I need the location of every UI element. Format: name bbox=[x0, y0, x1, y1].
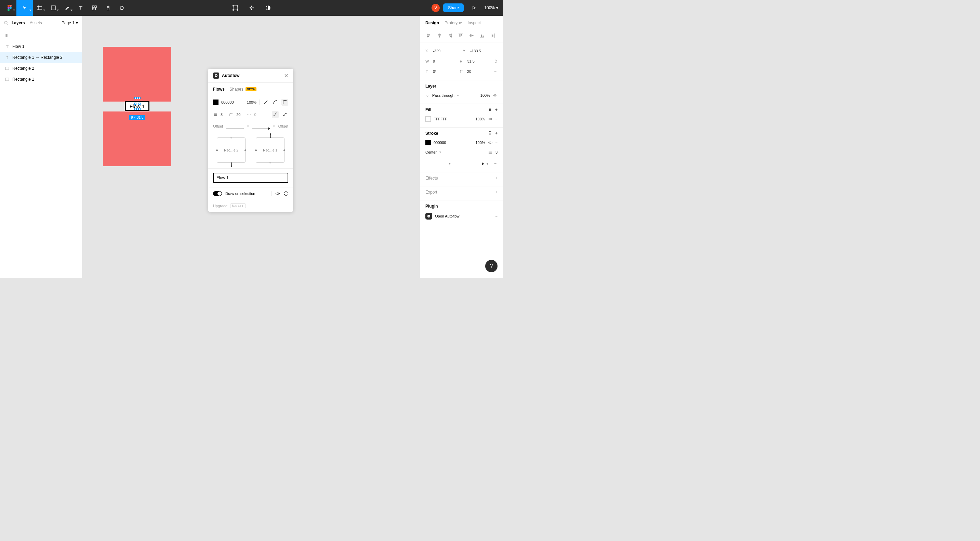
styles-icon[interactable]: ⠿ bbox=[488, 107, 492, 112]
pen-tool-button[interactable] bbox=[60, 0, 74, 16]
layer-opacity-value[interactable]: 100% bbox=[480, 93, 490, 97]
rectangle-1[interactable] bbox=[103, 47, 171, 102]
y-value[interactable]: -133.5 bbox=[471, 49, 498, 53]
connector-smooth-icon[interactable] bbox=[272, 111, 279, 118]
corner-radius-value[interactable]: 20 bbox=[236, 113, 240, 117]
mask-button[interactable] bbox=[261, 0, 275, 16]
draw-selection-toggle[interactable] bbox=[213, 191, 222, 196]
tab-inspect[interactable]: Inspect bbox=[468, 21, 481, 25]
frame-tool-button[interactable] bbox=[33, 0, 46, 16]
flow-name-input[interactable] bbox=[213, 173, 288, 183]
line-straight-icon[interactable] bbox=[262, 99, 269, 106]
w-value[interactable]: 9 bbox=[433, 59, 457, 63]
stroke-color-chip[interactable] bbox=[425, 140, 431, 145]
align-left-icon[interactable] bbox=[426, 33, 433, 39]
share-button[interactable]: Share bbox=[443, 3, 464, 12]
canvas[interactable]: Flow 1 9 × 31.5 Autoflow Flows ShapesBET… bbox=[83, 16, 420, 278]
stroke-width-value[interactable]: 3 bbox=[221, 113, 223, 117]
visibility-icon[interactable] bbox=[488, 117, 493, 121]
add-export-icon[interactable]: + bbox=[495, 190, 498, 194]
figma-menu-button[interactable] bbox=[3, 0, 16, 16]
tab-layers[interactable]: Layers bbox=[12, 21, 25, 25]
edit-object-button[interactable] bbox=[228, 0, 242, 16]
remove-stroke-icon[interactable]: − bbox=[495, 140, 498, 145]
fill-color-value[interactable]: FFFFFF bbox=[434, 117, 447, 121]
stroke-color-chip[interactable] bbox=[213, 100, 218, 105]
help-button[interactable]: ? bbox=[485, 260, 498, 272]
remove-fill-icon[interactable]: − bbox=[495, 117, 498, 121]
layer-settings-icon[interactable] bbox=[4, 33, 9, 38]
h-value[interactable]: 31.5 bbox=[468, 59, 492, 63]
fill-opacity-value[interactable]: 100% bbox=[475, 117, 485, 121]
upgrade-label[interactable]: Upgrade bbox=[213, 204, 228, 208]
align-top-icon[interactable] bbox=[458, 33, 465, 39]
stroke-opacity-value[interactable]: 100% bbox=[475, 140, 485, 145]
preview-box-b[interactable]: Rec…e 1 bbox=[256, 137, 285, 163]
stroke-color-value[interactable]: 000000 bbox=[221, 100, 234, 104]
preview-box-a[interactable]: Rec…e 2 bbox=[217, 137, 245, 163]
blend-mode-value[interactable]: Pass through bbox=[432, 93, 455, 97]
component-button[interactable] bbox=[245, 0, 259, 16]
plugin-name[interactable]: Open Autoflow bbox=[435, 214, 460, 218]
page-selector[interactable]: Page 1▾ bbox=[62, 21, 78, 25]
align-vcenter-icon[interactable] bbox=[469, 33, 475, 39]
tab-assets[interactable]: Assets bbox=[30, 21, 42, 25]
present-button[interactable] bbox=[467, 0, 481, 16]
line-elbow-icon[interactable] bbox=[282, 99, 288, 106]
draw-selection-label: Draw on selection bbox=[225, 191, 255, 196]
svg-point-1 bbox=[10, 5, 12, 7]
add-effect-icon[interactable]: + bbox=[495, 176, 498, 181]
align-bottom-icon[interactable] bbox=[480, 33, 486, 39]
upgrade-row: Upgrade $20 OFF bbox=[208, 200, 293, 212]
radius-value[interactable]: 20 bbox=[467, 69, 491, 73]
radius-icon bbox=[460, 69, 465, 73]
close-icon[interactable] bbox=[284, 73, 288, 78]
add-stroke-icon[interactable]: + bbox=[495, 131, 498, 136]
visibility-icon[interactable] bbox=[493, 93, 498, 98]
stroke-opacity-value[interactable]: 100% bbox=[247, 100, 256, 104]
start-cap-picker[interactable] bbox=[226, 123, 244, 129]
distribute-icon[interactable] bbox=[490, 33, 496, 39]
tab-flows[interactable]: Flows bbox=[213, 87, 225, 92]
more-icon[interactable]: ⋯ bbox=[494, 162, 498, 166]
fill-color-chip[interactable] bbox=[425, 116, 431, 122]
zoom-dropdown[interactable]: 100%▾ bbox=[484, 5, 500, 10]
comment-tool-button[interactable] bbox=[115, 0, 129, 16]
tab-design[interactable]: Design bbox=[425, 21, 439, 25]
tab-shapes[interactable]: ShapesBETA bbox=[229, 87, 256, 92]
layer-item-connection[interactable]: Rectangle 1 → Rectangle 2 bbox=[0, 52, 82, 63]
rotation-value[interactable]: 0° bbox=[433, 69, 457, 73]
stroke-align-value[interactable]: Center bbox=[425, 150, 437, 154]
hand-tool-button[interactable] bbox=[101, 0, 115, 16]
svg-point-68 bbox=[490, 118, 491, 120]
visibility-icon[interactable] bbox=[275, 191, 280, 196]
remove-plugin-icon[interactable]: − bbox=[495, 214, 498, 218]
layer-item-rect1[interactable]: Rectangle 1 bbox=[0, 74, 82, 85]
stroke-width-icon bbox=[213, 112, 218, 117]
stroke-color-value[interactable]: 000000 bbox=[434, 140, 446, 145]
add-fill-icon[interactable]: + bbox=[495, 107, 498, 112]
chevron-down-icon: ▾ bbox=[76, 21, 78, 25]
align-right-icon[interactable] bbox=[448, 33, 454, 39]
stroke-width-value[interactable]: 3 bbox=[495, 150, 498, 154]
dash-gap-value[interactable]: 0 bbox=[254, 113, 256, 117]
resources-button[interactable] bbox=[88, 0, 101, 16]
connector-sharp-icon[interactable] bbox=[282, 111, 288, 118]
layer-item-rect2[interactable]: Rectangle 2 bbox=[0, 63, 82, 74]
x-value[interactable]: -329 bbox=[433, 49, 460, 53]
visibility-icon[interactable] bbox=[488, 140, 493, 145]
more-icon[interactable]: ⋯ bbox=[494, 69, 498, 74]
shape-tool-button[interactable] bbox=[46, 0, 60, 16]
layer-item-flow1[interactable]: Flow 1 bbox=[0, 41, 82, 52]
move-tool-button[interactable] bbox=[16, 0, 33, 16]
styles-icon[interactable]: ⠿ bbox=[488, 131, 492, 136]
tab-prototype[interactable]: Prototype bbox=[444, 21, 462, 25]
user-avatar[interactable]: V bbox=[431, 4, 440, 12]
search-icon[interactable] bbox=[4, 21, 8, 25]
constrain-icon[interactable] bbox=[494, 59, 498, 64]
line-curve-icon[interactable] bbox=[272, 99, 279, 106]
end-cap-picker[interactable] bbox=[252, 123, 270, 129]
refresh-icon[interactable] bbox=[283, 191, 288, 196]
text-tool-button[interactable] bbox=[74, 0, 88, 16]
align-hcenter-icon[interactable] bbox=[437, 33, 443, 39]
